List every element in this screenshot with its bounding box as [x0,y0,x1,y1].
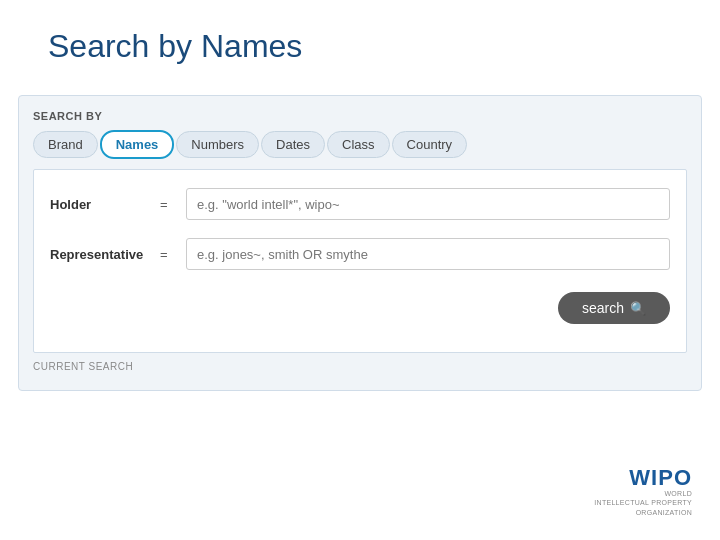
page-title: Search by Names [0,0,720,65]
search-icon: 🔍 [630,301,646,316]
wipo-logo: WIPO WORLD INTELLECTUAL PROPERTY ORGANIZ… [594,467,692,518]
representative-row: Representative = [50,238,670,270]
representative-label: Representative [50,247,160,262]
tab-names[interactable]: Names [100,130,175,159]
search-button-label: search [582,300,624,316]
tab-numbers[interactable]: Numbers [176,131,259,158]
representative-input[interactable] [186,238,670,270]
tab-class[interactable]: Class [327,131,390,158]
tab-dates[interactable]: Dates [261,131,325,158]
search-by-label: SEARCH BY [33,110,687,122]
tabs-row: Brand Names Numbers Dates Class Country [33,130,687,159]
search-panel: SEARCH BY Brand Names Numbers Dates Clas… [18,95,702,391]
tab-brand[interactable]: Brand [33,131,98,158]
holder-equals: = [160,197,176,212]
representative-equals: = [160,247,176,262]
search-button[interactable]: search 🔍 [558,292,670,324]
holder-input[interactable] [186,188,670,220]
current-search-label: CURRENT SEARCH [33,361,687,372]
form-area: Holder = Representative = search 🔍 [33,169,687,353]
wipo-logo-text: WIPO [629,467,692,489]
holder-row: Holder = [50,188,670,220]
wipo-logo-subtitle: WORLD INTELLECTUAL PROPERTY ORGANIZATION [594,489,692,518]
tab-country[interactable]: Country [392,131,468,158]
search-btn-row: search 🔍 [50,292,670,324]
holder-label: Holder [50,197,160,212]
